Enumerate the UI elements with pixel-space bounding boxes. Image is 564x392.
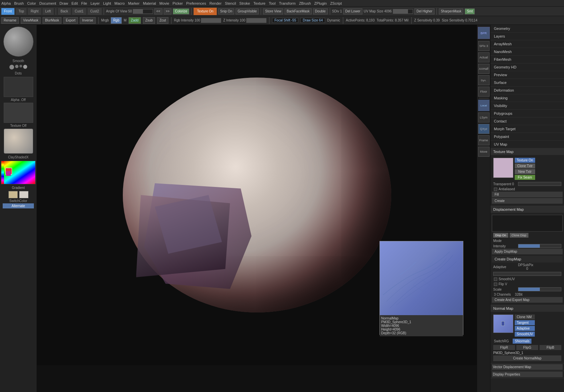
rp-contact[interactable]: Contact: [491, 117, 564, 125]
rp-polypaint[interactable]: Polypaint: [491, 133, 564, 141]
display-properties-btn[interactable]: Display Properties: [492, 372, 563, 377]
alpha-box[interactable]: [4, 77, 33, 97]
flip-r-btn[interactable]: FlipR: [493, 345, 515, 350]
adaptive-nm-btn[interactable]: Adaptive: [515, 326, 535, 331]
view-cust1[interactable]: Cust1: [72, 8, 86, 15]
clone-txtr-btn[interactable]: Clone Txtr: [515, 163, 535, 168]
intensity-slider[interactable]: [518, 244, 561, 248]
menu-light[interactable]: Light: [103, 1, 111, 5]
menu-render[interactable]: Render: [209, 1, 221, 5]
menu-zscript[interactable]: ZScript: [330, 1, 342, 5]
menu-transform[interactable]: Transform: [279, 1, 296, 5]
menu-tool[interactable]: Tool: [269, 1, 275, 5]
rp-morph-target[interactable]: Morph Target: [491, 125, 564, 133]
disp-on-btn[interactable]: Disp On: [493, 233, 508, 238]
flip-g-btn[interactable]: FlipG: [516, 345, 538, 350]
texture-map-thumb[interactable]: [493, 158, 513, 178]
menu-zbrush[interactable]: ZBrush: [299, 1, 311, 5]
menu-layer[interactable]: Layer: [91, 1, 100, 5]
snormals-btn[interactable]: SNormals: [513, 339, 531, 344]
flip-b-btn[interactable]: FlipB: [540, 345, 561, 350]
frame-btn[interactable]: Frame: [478, 135, 490, 145]
tangent-btn[interactable]: Tangent: [515, 320, 535, 325]
bpr-btn[interactable]: BPR: [478, 27, 490, 39]
menu-macro[interactable]: Macro: [114, 1, 125, 5]
create-export-btn[interactable]: Create And Export Map: [492, 297, 563, 303]
main-viewport[interactable]: NormalMap PM3D_Sphere3D_1 Width=4096 Hei…: [37, 25, 477, 365]
store-view-btn[interactable]: Store View: [263, 8, 283, 14]
clone-disp-btn[interactable]: Clone Disp: [510, 233, 528, 238]
displacement-map-header[interactable]: Displacement Map: [491, 206, 564, 213]
sharpen-mask-btn[interactable]: SharpenMask: [439, 8, 464, 14]
move-viewport-btn[interactable]: Move: [478, 147, 490, 157]
rp-surface[interactable]: Surface: [491, 79, 564, 87]
group-visible-btn[interactable]: GroupVisible: [236, 8, 259, 14]
rp-visibility[interactable]: Visibility: [491, 102, 564, 110]
rp-uv-map[interactable]: UV Map: [491, 141, 564, 148]
view-top[interactable]: Top: [16, 8, 27, 15]
menu-file[interactable]: File: [81, 1, 87, 5]
canvas-area[interactable]: NormalMap: [37, 25, 477, 392]
uv-map-slider[interactable]: [393, 9, 413, 14]
z-intensity-slider[interactable]: [246, 18, 266, 23]
rp-geometry-hd[interactable]: Geometry HD: [491, 63, 564, 71]
rp-preview[interactable]: Preview: [491, 71, 564, 79]
floor-btn[interactable]: Floor: [478, 87, 490, 97]
rp-nano-mesh[interactable]: NanoMesh: [491, 48, 564, 56]
menu-picker[interactable]: Picker: [172, 1, 183, 5]
transparent-slider[interactable]: [518, 182, 561, 186]
rp-fiber-mesh[interactable]: FiberMesh: [491, 56, 564, 63]
alternate-btn[interactable]: Alternate: [3, 203, 34, 208]
local-btn[interactable]: Local: [478, 100, 490, 111]
menu-stencil[interactable]: Stencil: [225, 1, 236, 5]
rp-geometry-top[interactable]: Geometry: [491, 25, 564, 33]
menu-document[interactable]: Document: [39, 1, 56, 5]
zsub-btn[interactable]: Zsub: [143, 17, 155, 24]
primary-color-swatch[interactable]: [8, 191, 18, 198]
rp-layers[interactable]: Layers: [491, 33, 564, 40]
flipv-check[interactable]: [494, 283, 497, 286]
next-btn[interactable]: >>: [164, 8, 172, 14]
rp-deformation[interactable]: Deformation: [491, 87, 564, 94]
texture-map-header[interactable]: Texture Map: [491, 148, 564, 155]
menu-marker[interactable]: Marker: [128, 1, 140, 5]
rp-masking[interactable]: Masking: [491, 94, 564, 102]
rp-array-mesh[interactable]: ArrayMesh: [491, 40, 564, 48]
colorize-btn[interactable]: Colorize: [173, 8, 189, 14]
new-txtr-btn[interactable]: New Txtr: [515, 169, 535, 174]
aahalf-btn[interactable]: AAHalf: [478, 64, 490, 74]
smoothuv-slider[interactable]: [493, 272, 561, 276]
backface-mask-btn[interactable]: BackFaceMask: [285, 8, 311, 14]
rename-btn[interactable]: Rename: [1, 17, 19, 24]
view-front[interactable]: Front: [1, 8, 14, 15]
menu-color[interactable]: Color: [27, 1, 36, 5]
texture-on-main-btn[interactable]: Texture On: [515, 158, 535, 163]
inverse-btn[interactable]: Inverse: [80, 17, 96, 24]
del-lower-btn[interactable]: Del Lower: [343, 8, 362, 14]
material-preview[interactable]: [3, 27, 34, 57]
rgb-btn[interactable]: Rgb: [111, 17, 121, 24]
angle-slider[interactable]: [133, 9, 153, 14]
view-right[interactable]: Right: [28, 8, 41, 15]
del-higher-btn[interactable]: Del Higher: [414, 8, 434, 14]
clone-nm-btn[interactable]: Clone NM: [515, 314, 535, 320]
menu-edit[interactable]: Edit: [71, 1, 78, 5]
view-cust2[interactable]: Cust2: [88, 8, 102, 15]
normal-map-thumb[interactable]: [493, 314, 513, 333]
double-btn[interactable]: Double: [313, 8, 328, 14]
menu-material[interactable]: Material: [143, 1, 156, 5]
smt-btn[interactable]: Smt: [465, 8, 475, 14]
smooth-uv-nm-btn[interactable]: SmoothUV: [515, 332, 535, 337]
secondary-color-swatch[interactable]: [19, 191, 29, 198]
create-btn[interactable]: Create: [492, 198, 563, 204]
export-btn[interactable]: Export: [63, 17, 78, 24]
menu-draw[interactable]: Draw: [59, 1, 68, 5]
rgb-intensity-slider[interactable]: [201, 18, 221, 23]
material-sphere[interactable]: [4, 129, 33, 154]
snip-on-btn[interactable]: Snip On: [218, 8, 234, 14]
antialiased-check[interactable]: [494, 188, 497, 191]
menu-alpha[interactable]: Alpha: [1, 1, 11, 5]
texture-preview[interactable]: [4, 103, 33, 123]
vector-displacement-btn[interactable]: Vector Displacement Map: [492, 364, 563, 370]
3d-sphere[interactable]: [123, 78, 391, 312]
